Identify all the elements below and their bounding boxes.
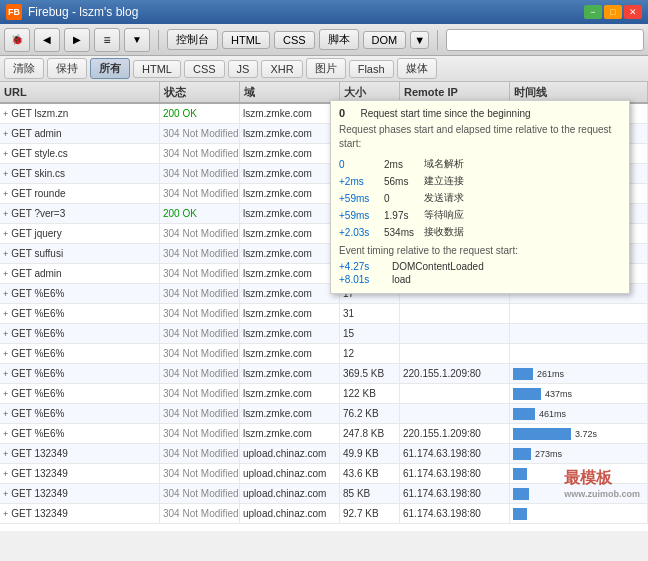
- cell-status: 304 Not Modified: [160, 304, 240, 323]
- cell-domain: lszm.zmke.com: [240, 104, 340, 123]
- cell-status: 304 Not Modified: [160, 224, 240, 243]
- cell-url: + GET 132349: [0, 464, 160, 483]
- url-text: GET skin.cs: [11, 168, 65, 179]
- console-tab[interactable]: 控制台: [167, 29, 218, 50]
- table-row[interactable]: + GET %E6% 304 Not Modified lszm.zmke.co…: [0, 424, 648, 444]
- expand-icon[interactable]: +: [3, 349, 8, 359]
- col-header-size: 大小: [340, 82, 400, 102]
- expand-icon[interactable]: +: [3, 129, 8, 139]
- firebug-icon: FB: [6, 4, 22, 20]
- expand-icon[interactable]: +: [3, 289, 8, 299]
- col-header-url: URL: [0, 82, 160, 102]
- table-row[interactable]: + GET %E6% 304 Not Modified lszm.zmke.co…: [0, 404, 648, 424]
- menu-dropdown-button[interactable]: ▼: [124, 28, 150, 52]
- cell-domain: lszm.zmke.com: [240, 284, 340, 303]
- cell-url: + GET skin.cs: [0, 164, 160, 183]
- dom-dropdown[interactable]: ▼: [410, 31, 429, 49]
- table-row[interactable]: + GET 132349 304 Not Modified upload.chi…: [0, 464, 648, 484]
- close-button[interactable]: ✕: [624, 5, 642, 19]
- tooltip-phases: 0 2ms 域名解析 +2ms 56ms 建立连接 +59ms 0 发送请求 +…: [339, 157, 621, 239]
- url-text: GET suffusi: [11, 248, 63, 259]
- expand-icon[interactable]: +: [3, 269, 8, 279]
- expand-icon[interactable]: +: [3, 309, 8, 319]
- cell-size: 43.6 KB: [340, 464, 400, 483]
- expand-icon[interactable]: +: [3, 109, 8, 119]
- back-button[interactable]: ◀: [34, 28, 60, 52]
- table-row[interactable]: + GET %E6% 304 Not Modified lszm.zmke.co…: [0, 364, 648, 384]
- search-input[interactable]: [446, 29, 644, 51]
- url-text: GET 132349: [11, 468, 68, 479]
- flash-filter-button[interactable]: Flash: [349, 60, 394, 78]
- url-text: GET %E6%: [11, 428, 64, 439]
- expand-icon[interactable]: +: [3, 249, 8, 259]
- keep-button[interactable]: 保持: [47, 58, 87, 79]
- js-filter-button[interactable]: JS: [228, 60, 259, 78]
- cell-domain: lszm.zmke.com: [240, 264, 340, 283]
- expand-icon[interactable]: +: [3, 369, 8, 379]
- expand-icon[interactable]: +: [3, 449, 8, 459]
- expand-icon[interactable]: +: [3, 389, 8, 399]
- url-text: GET ?ver=3: [11, 208, 65, 219]
- html-filter-button[interactable]: HTML: [133, 60, 181, 78]
- phase-duration: 534ms: [384, 227, 424, 238]
- expand-icon[interactable]: +: [3, 329, 8, 339]
- clear-button[interactable]: 清除: [4, 58, 44, 79]
- cell-status: 304 Not Modified: [160, 504, 240, 523]
- all-filter-button[interactable]: 所有: [90, 58, 130, 79]
- cell-domain: upload.chinaz.com: [240, 504, 340, 523]
- images-filter-button[interactable]: 图片: [306, 58, 346, 79]
- expand-icon[interactable]: +: [3, 189, 8, 199]
- col-header-domain: 域: [240, 82, 340, 102]
- media-filter-button[interactable]: 媒体: [397, 58, 437, 79]
- url-text: GET 132349: [11, 488, 68, 499]
- table-row[interactable]: + GET 132349 304 Not Modified upload.chi…: [0, 484, 648, 504]
- cell-domain: lszm.zmke.com: [240, 364, 340, 383]
- cell-status: 304 Not Modified: [160, 264, 240, 283]
- css-filter-button[interactable]: CSS: [184, 60, 225, 78]
- cell-url: + GET admin: [0, 124, 160, 143]
- cell-status: 304 Not Modified: [160, 484, 240, 503]
- url-text: GET %E6%: [11, 328, 64, 339]
- xhr-filter-button[interactable]: XHR: [261, 60, 302, 78]
- tooltip-phase-row: 0 2ms 域名解析: [339, 157, 621, 171]
- expand-icon[interactable]: +: [3, 229, 8, 239]
- cell-timeline: [510, 304, 648, 323]
- expand-icon[interactable]: +: [3, 149, 8, 159]
- toolbar-separator: [158, 30, 159, 50]
- css-tab[interactable]: CSS: [274, 31, 315, 49]
- expand-icon[interactable]: +: [3, 209, 8, 219]
- minimize-button[interactable]: −: [584, 5, 602, 19]
- table-row[interactable]: + GET 132349 304 Not Modified upload.chi…: [0, 444, 648, 464]
- cell-remoteip: 220.155.1.209:80: [400, 364, 510, 383]
- phase-name: 发送请求: [424, 191, 464, 205]
- maximize-button[interactable]: □: [604, 5, 622, 19]
- expand-icon[interactable]: +: [3, 409, 8, 419]
- menu-button[interactable]: ≡: [94, 28, 120, 52]
- cell-remoteip: 61.174.63.198:80: [400, 484, 510, 503]
- dom-tab[interactable]: DOM: [363, 31, 407, 49]
- html-tab[interactable]: HTML: [222, 31, 270, 49]
- expand-icon[interactable]: +: [3, 509, 8, 519]
- expand-icon[interactable]: +: [3, 169, 8, 179]
- cell-timeline: 3.72s: [510, 424, 648, 443]
- expand-icon[interactable]: +: [3, 429, 8, 439]
- table-row[interactable]: + GET %E6% 304 Not Modified lszm.zmke.co…: [0, 384, 648, 404]
- cell-size: 31: [340, 304, 400, 323]
- expand-icon[interactable]: +: [3, 469, 8, 479]
- table-row[interactable]: + GET %E6% 304 Not Modified lszm.zmke.co…: [0, 324, 648, 344]
- expand-icon[interactable]: +: [3, 489, 8, 499]
- cell-size: 76.2 KB: [340, 404, 400, 423]
- script-tab[interactable]: 脚本: [319, 29, 359, 50]
- cell-domain: lszm.zmke.com: [240, 124, 340, 143]
- cell-size: 247.8 KB: [340, 424, 400, 443]
- table-row[interactable]: + GET %E6% 304 Not Modified lszm.zmke.co…: [0, 304, 648, 324]
- firebug-logo-btn[interactable]: 🐞: [4, 28, 30, 52]
- table-row[interactable]: + GET 132349 304 Not Modified upload.chi…: [0, 504, 648, 524]
- cell-url: + GET rounde: [0, 184, 160, 203]
- forward-button[interactable]: ▶: [64, 28, 90, 52]
- cell-domain: upload.chinaz.com: [240, 444, 340, 463]
- cell-size: 369.5 KB: [340, 364, 400, 383]
- table-row[interactable]: + GET %E6% 304 Not Modified lszm.zmke.co…: [0, 344, 648, 364]
- cell-domain: lszm.zmke.com: [240, 344, 340, 363]
- phase-name: 接收数据: [424, 225, 464, 239]
